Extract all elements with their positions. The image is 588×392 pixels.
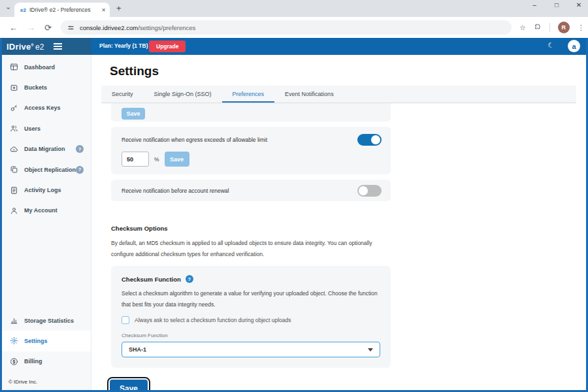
checksum-select-value: SHA-1 bbox=[129, 346, 146, 353]
idrive-e2-logo[interactable]: IDrive®e2 bbox=[7, 42, 44, 52]
dark-mode-moon-icon[interactable]: ☾ bbox=[547, 41, 554, 50]
bookmark-star-icon[interactable]: ☆ bbox=[519, 24, 526, 32]
key-icon bbox=[10, 104, 18, 112]
bucket-icon bbox=[10, 84, 18, 92]
billing-dollar-icon bbox=[10, 357, 18, 366]
dashboard-icon bbox=[10, 63, 18, 71]
window-frame-left bbox=[0, 38, 2, 392]
document-log-icon bbox=[10, 186, 18, 195]
forward-icon: → bbox=[27, 23, 35, 33]
browser-tab[interactable]: e2 IDrive® e2 - Preferences ✕ bbox=[14, 3, 110, 17]
browser-toolbar: ← → ⟳ console.idrivee2.com/settings/pref… bbox=[0, 17, 588, 38]
browser-menu-icon[interactable]: ⋮ bbox=[578, 24, 585, 32]
site-settings-icon[interactable] bbox=[67, 24, 74, 31]
checksum-options-description: By default, an MD5 checksum is applied t… bbox=[111, 238, 391, 259]
egress-toggle[interactable] bbox=[357, 134, 382, 146]
users-icon bbox=[10, 124, 18, 133]
checksum-function-card: Checksum Function ? Select a checksum al… bbox=[111, 266, 391, 368]
browser-profile-avatar[interactable]: R bbox=[558, 22, 570, 33]
sidebar-item-label: Billing bbox=[24, 358, 42, 365]
settings-tabbar: Security Single Sign-On (SSO) Preference… bbox=[101, 86, 576, 103]
chevron-down-icon bbox=[368, 348, 373, 351]
renewal-notification-card: Receive notification before account rene… bbox=[111, 180, 391, 201]
sidebar-item-my-account[interactable]: My Account bbox=[2, 201, 91, 221]
sidebar-item-users[interactable]: Users bbox=[2, 118, 91, 139]
browser-tabstrip: ⌄ e2 IDrive® e2 - Preferences ✕ + – □ ✕ bbox=[0, 0, 588, 17]
sidebar-item-data-migration[interactable]: Data Migration ? bbox=[2, 139, 91, 159]
reload-icon[interactable]: ⟳ bbox=[44, 23, 52, 33]
egress-notification-label: Receive notification when egress exceeds… bbox=[122, 137, 267, 143]
sidebar-item-label: Dashboard bbox=[24, 64, 55, 71]
main-content: Settings Security Single Sign-On (SSO) P… bbox=[91, 55, 586, 390]
person-icon bbox=[10, 206, 18, 215]
sidebar: Dashboard Buckets Access Keys Users Data… bbox=[2, 55, 91, 390]
sidebar-item-activity-logs[interactable]: Activity Logs bbox=[2, 180, 91, 200]
sidebar-item-label: Buckets bbox=[24, 84, 47, 91]
save-button-egress[interactable]: Save bbox=[165, 152, 189, 167]
checksum-function-heading: Checksum Function bbox=[122, 276, 181, 283]
window-minimize-button[interactable]: – bbox=[531, 1, 538, 8]
renewal-notification-label: Receive notification before account rene… bbox=[122, 188, 229, 194]
always-ask-checkbox[interactable] bbox=[122, 316, 129, 324]
toolbar-divider bbox=[549, 23, 550, 32]
checksum-select-label: Checksum Function bbox=[122, 333, 380, 338]
cloud-migration-icon bbox=[10, 145, 18, 154]
back-icon[interactable]: ← bbox=[9, 23, 18, 33]
sidebar-item-object-replication[interactable]: Object Replication ? bbox=[2, 159, 91, 180]
copyright-text: © IDrive Inc. bbox=[8, 379, 37, 385]
sidebar-item-settings[interactable]: Settings bbox=[2, 331, 91, 351]
help-icon[interactable]: ? bbox=[76, 166, 84, 174]
egress-percent-input[interactable] bbox=[122, 152, 149, 167]
upgrade-button[interactable]: Upgrade bbox=[149, 41, 186, 52]
bar-chart-icon bbox=[10, 316, 18, 325]
percent-unit-label: % bbox=[154, 156, 159, 163]
sidebar-item-label: Settings bbox=[24, 338, 48, 344]
tab-search-icon[interactable]: ⌄ bbox=[5, 3, 11, 11]
sidebar-item-access-keys[interactable]: Access Keys bbox=[2, 98, 91, 118]
tab-event-notifications[interactable]: Event Notifications bbox=[274, 86, 344, 103]
extensions-icon[interactable] bbox=[534, 24, 542, 31]
sidebar-item-label: Activity Logs bbox=[24, 187, 61, 193]
sidebar-item-buckets[interactable]: Buckets bbox=[2, 77, 91, 97]
tab-single-sign-on[interactable]: Single Sign-On (SSO) bbox=[144, 86, 222, 103]
sidebar-item-dashboard[interactable]: Dashboard bbox=[2, 57, 91, 77]
hamburger-menu-icon[interactable] bbox=[54, 42, 62, 51]
checksum-options-heading: Checksum Options bbox=[111, 225, 391, 232]
sidebar-item-billing[interactable]: Billing bbox=[2, 351, 91, 372]
sidebar-item-label: Storage Statistics bbox=[24, 318, 74, 324]
page-title: Settings bbox=[110, 64, 586, 78]
replication-copy-icon bbox=[10, 165, 18, 174]
checksum-function-select[interactable]: SHA-1 bbox=[122, 342, 380, 357]
help-icon[interactable]: ? bbox=[76, 145, 84, 153]
account-avatar[interactable]: a bbox=[568, 40, 580, 52]
new-tab-button[interactable]: + bbox=[116, 3, 122, 13]
url-bar[interactable]: console.idrivee2.com/settings/preference… bbox=[61, 20, 512, 35]
sidebar-item-storage-statistics[interactable]: Storage Statistics bbox=[2, 310, 91, 331]
sidebar-item-label: Data Migration bbox=[24, 146, 65, 152]
plan-label: Plan: Yearly (1 TB) bbox=[99, 42, 148, 49]
clipped-card: Save bbox=[111, 103, 391, 122]
window-maximize-button[interactable]: □ bbox=[553, 1, 561, 8]
renewal-toggle[interactable] bbox=[357, 185, 382, 197]
sidebar-item-label: Object Replication bbox=[24, 167, 76, 173]
tab-preferences[interactable]: Preferences bbox=[222, 86, 275, 103]
save-button-top[interactable]: Save bbox=[122, 108, 145, 120]
site-favicon: e2 bbox=[20, 7, 26, 13]
egress-notification-card: Receive notification when egress exceeds… bbox=[111, 127, 391, 174]
gear-icon bbox=[10, 336, 18, 345]
checksum-function-description: Select a checksum algorithm to generate … bbox=[122, 288, 380, 310]
app-header: IDrive®e2 Plan: Yearly (1 TB) Upgrade ☾ … bbox=[0, 38, 588, 55]
sidebar-item-label: My Account bbox=[24, 207, 57, 214]
sidebar-item-label: Access Keys bbox=[24, 105, 61, 111]
sidebar-item-label: Users bbox=[24, 125, 41, 132]
save-button-main[interactable]: Save bbox=[110, 380, 148, 390]
info-icon[interactable]: ? bbox=[186, 275, 193, 283]
window-close-button[interactable]: ✕ bbox=[575, 1, 583, 8]
tab-security[interactable]: Security bbox=[101, 86, 144, 103]
always-ask-label: Always ask to select a checksum function… bbox=[135, 317, 291, 323]
tab-title: IDrive® e2 - Preferences bbox=[29, 7, 99, 13]
tab-close-icon[interactable]: ✕ bbox=[101, 7, 106, 13]
url-text: console.idrivee2.com/settings/preference… bbox=[80, 24, 195, 31]
